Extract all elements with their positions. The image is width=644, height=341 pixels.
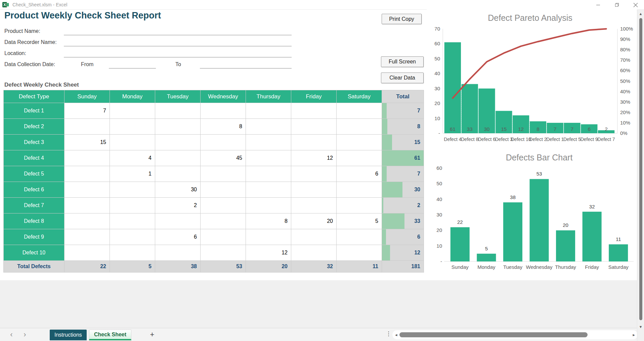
vertical-scrollbar[interactable]: ▴ ▾: [637, 10, 644, 341]
day-value-cell[interactable]: 6: [155, 229, 201, 245]
clear-data-button[interactable]: Clear Data: [381, 72, 424, 83]
tab-nav-left-icon[interactable]: ‹: [7, 330, 15, 340]
day-value-cell[interactable]: [155, 135, 201, 150]
pareto-category-label: Defect 8: [461, 137, 478, 142]
product-name-field[interactable]: [64, 28, 292, 35]
day-value-cell[interactable]: 30: [155, 182, 201, 198]
day-value-cell[interactable]: [201, 103, 246, 119]
recorder-name-field[interactable]: [64, 39, 292, 46]
day-value-cell[interactable]: [110, 119, 155, 135]
day-value-cell[interactable]: [65, 150, 110, 166]
pareto-chart[interactable]: Defect Pareto Analysis70605040302010-100…: [427, 9, 637, 148]
day-value-cell[interactable]: 12: [246, 245, 291, 261]
day-value-cell[interactable]: [291, 166, 337, 182]
day-value-cell[interactable]: [201, 229, 246, 245]
day-value-cell[interactable]: [246, 135, 291, 150]
print-copy-button[interactable]: Print Copy: [382, 14, 422, 24]
day-value-cell[interactable]: [246, 229, 291, 245]
horizontal-scroll-thumb[interactable]: [399, 332, 588, 337]
day-value-cell[interactable]: [246, 166, 291, 182]
day-value-cell[interactable]: [337, 103, 382, 119]
day-value-cell[interactable]: [65, 229, 110, 245]
day-value-cell[interactable]: [65, 182, 110, 198]
day-value-cell[interactable]: [337, 135, 382, 150]
day-value-cell[interactable]: [155, 150, 201, 166]
pareto-right-tick: 50%: [620, 78, 630, 84]
restore-icon[interactable]: [614, 3, 619, 7]
day-value-cell[interactable]: 6: [337, 166, 382, 182]
minimize-icon[interactable]: [596, 3, 600, 7]
day-value-cell[interactable]: [65, 245, 110, 261]
day-value-cell[interactable]: [201, 198, 246, 213]
location-field[interactable]: [64, 50, 292, 57]
day-value-cell[interactable]: [291, 182, 337, 198]
day-value-cell[interactable]: [110, 198, 155, 213]
day-value-cell[interactable]: [201, 166, 246, 182]
horizontal-scrollbar[interactable]: ◂ ▸: [392, 330, 638, 339]
tab-instructions[interactable]: Instructions: [50, 330, 87, 340]
day-value-cell[interactable]: [246, 103, 291, 119]
scroll-up-icon[interactable]: ▴: [637, 11, 644, 16]
total-defects-label: Total Defects: [4, 261, 65, 273]
day-value-cell[interactable]: [246, 150, 291, 166]
day-value-cell[interactable]: 15: [65, 135, 110, 150]
day-value-cell[interactable]: [155, 213, 201, 229]
day-value-cell[interactable]: [201, 245, 246, 261]
day-value-cell[interactable]: [291, 245, 337, 261]
scroll-left-icon[interactable]: ◂: [395, 333, 397, 337]
day-value-cell[interactable]: 4: [110, 150, 155, 166]
day-value-cell[interactable]: [65, 166, 110, 182]
day-value-cell[interactable]: [110, 245, 155, 261]
date-to-field[interactable]: [200, 61, 292, 68]
add-sheet-icon[interactable]: +: [147, 330, 157, 340]
tab-nav-right-icon[interactable]: ›: [21, 330, 29, 340]
scroll-down-icon[interactable]: ▾: [637, 325, 644, 329]
day-value-cell[interactable]: [337, 182, 382, 198]
day-value-cell[interactable]: [337, 245, 382, 261]
day-value-cell[interactable]: [291, 119, 337, 135]
day-value-cell[interactable]: [201, 182, 246, 198]
day-value-cell[interactable]: [155, 103, 201, 119]
day-value-cell[interactable]: [201, 135, 246, 150]
day-value-cell[interactable]: 8: [201, 119, 246, 135]
day-value-cell[interactable]: [110, 213, 155, 229]
day-value-cell[interactable]: 5: [337, 213, 382, 229]
day-value-cell[interactable]: [246, 119, 291, 135]
day-value-cell[interactable]: [246, 198, 291, 213]
day-value-cell[interactable]: [246, 182, 291, 198]
day-value-cell[interactable]: [291, 103, 337, 119]
day-value-cell[interactable]: [337, 119, 382, 135]
day-value-cell[interactable]: [155, 119, 201, 135]
day-value-cell[interactable]: [337, 229, 382, 245]
day-value-cell[interactable]: 8: [246, 213, 291, 229]
day-value-cell[interactable]: [65, 198, 110, 213]
tab-check-sheet[interactable]: Check Sheet: [89, 330, 131, 340]
day-value-cell[interactable]: [110, 182, 155, 198]
day-value-cell[interactable]: 45: [201, 150, 246, 166]
vertical-scroll-thumb[interactable]: [639, 18, 642, 320]
day-value-cell[interactable]: [337, 150, 382, 166]
day-value-cell[interactable]: 1: [110, 166, 155, 182]
full-screen-button[interactable]: Full Screen: [381, 56, 424, 67]
day-value-cell[interactable]: [291, 135, 337, 150]
day-value-cell[interactable]: [65, 213, 110, 229]
day-value-cell[interactable]: [65, 119, 110, 135]
day-value-cell[interactable]: 2: [155, 198, 201, 213]
date-from-field[interactable]: [109, 61, 156, 68]
day-value-cell[interactable]: [110, 135, 155, 150]
day-value-cell[interactable]: [337, 198, 382, 213]
day-value-cell[interactable]: [110, 103, 155, 119]
close-icon[interactable]: [633, 3, 638, 7]
day-value-cell[interactable]: [291, 229, 337, 245]
day-value-cell[interactable]: [110, 229, 155, 245]
scroll-right-icon[interactable]: ▸: [633, 333, 635, 337]
day-value-cell[interactable]: 7: [65, 103, 110, 119]
day-value-cell[interactable]: [155, 245, 201, 261]
defects-bar-chart[interactable]: Defects Bar Chart605040302010-22Sunday5M…: [427, 150, 637, 277]
day-value-cell[interactable]: [201, 213, 246, 229]
day-value-cell[interactable]: [155, 166, 201, 182]
day-value-cell[interactable]: 20: [291, 213, 337, 229]
day-value-cell[interactable]: [291, 198, 337, 213]
day-value-cell[interactable]: 12: [291, 150, 337, 166]
splitter-grip-icon[interactable]: ⋮: [386, 330, 391, 337]
